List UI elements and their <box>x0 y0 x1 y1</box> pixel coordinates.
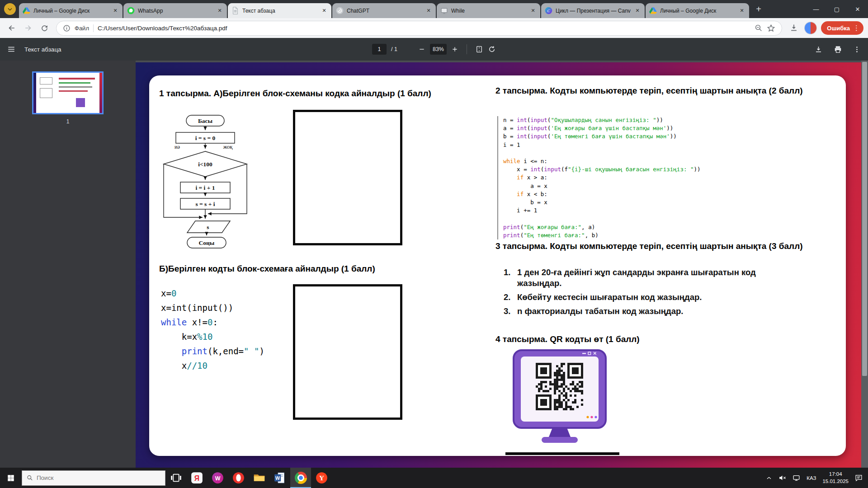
network-icon[interactable] <box>793 474 800 482</box>
profile-avatar[interactable] <box>805 22 816 34</box>
tab-4[interactable]: ChatGPT✕ <box>332 3 436 18</box>
tab-2[interactable]: WhatsApp✕ <box>123 3 227 18</box>
chevron-up-icon[interactable] <box>766 475 772 481</box>
maximize-button[interactable]: ▢ <box>826 0 847 18</box>
zoom-out-button[interactable] <box>418 46 425 53</box>
page-thumbnail[interactable] <box>32 71 104 114</box>
action-center-icon[interactable] <box>855 474 863 482</box>
tab-close-icon[interactable]: ✕ <box>634 7 641 14</box>
pdf-print-button[interactable] <box>834 45 842 54</box>
drive-icon <box>23 7 30 14</box>
chrome-taskbar-button[interactable] <box>290 468 311 488</box>
tab-7[interactable]: Личный – Google Диск✕ <box>646 3 749 18</box>
tab-close-icon[interactable]: ✕ <box>738 7 745 14</box>
flowchart: Басы i = s = 0 i<100 i = i + 1 s = s + i… <box>156 113 282 254</box>
zoom-icon[interactable] <box>755 24 763 32</box>
word-taskbar-button[interactable]: W <box>269 468 290 488</box>
tab-close-icon[interactable]: ✕ <box>425 7 432 14</box>
task1b-heading: Б)Берілген кодты блок-схемаға айналдыр (… <box>159 263 458 274</box>
task-view-taskbar-button[interactable] <box>165 468 186 488</box>
search-input[interactable] <box>37 474 160 481</box>
svg-text:W: W <box>215 475 220 482</box>
rotate-button[interactable] <box>488 45 496 53</box>
pdf-download-button[interactable] <box>814 45 823 54</box>
tab-6[interactable]: CЦикл — Презентация — Canv✕ <box>541 3 645 18</box>
info-icon <box>63 24 71 32</box>
download-icon <box>814 45 823 54</box>
pdf-content-area: 1 1 тапсырма. А)Берілген блок-схеманы ко… <box>0 61 868 468</box>
forward-button[interactable] <box>21 21 35 35</box>
browser-error-button[interactable]: Ошибка ⋮ <box>821 21 863 35</box>
pdf-page-controls: 1 / 1 83% <box>372 44 496 55</box>
app-w-taskbar-button[interactable]: W <box>207 468 228 488</box>
keyboard-language[interactable]: КАЗ <box>807 475 816 481</box>
flow-start-label: Басы <box>198 117 213 124</box>
hamburger-icon <box>7 45 15 53</box>
pdf-toolbar: Текст абзаца 1 / 1 83% <box>0 38 868 61</box>
clock-date: 15.01.2025 <box>822 478 849 485</box>
list-text: Көбейту кестесін шығаратын код жазыңдар. <box>517 292 702 303</box>
taskbar-clock[interactable]: 17:04 15.01.2025 <box>822 471 849 485</box>
downloads-button[interactable] <box>787 21 801 35</box>
tab-1[interactable]: Личный – Google Диск✕ <box>19 3 123 18</box>
kebab-menu-icon[interactable]: ⋮ <box>853 24 860 32</box>
drive-icon <box>649 7 657 14</box>
print-icon <box>834 45 842 54</box>
tab-close-icon[interactable]: ✕ <box>529 7 537 14</box>
list-number: 3. <box>504 306 517 317</box>
page-number-input[interactable]: 1 <box>372 44 387 55</box>
vertical-scrollbar[interactable] <box>861 61 868 468</box>
flow-inc-label: i = i + 1 <box>195 184 215 191</box>
flow-end-label: Соңы <box>199 239 215 246</box>
qr-monitor-illustration <box>507 349 612 453</box>
tab-5[interactable]: While✕ <box>437 3 540 18</box>
fit-page-button[interactable] <box>475 45 483 53</box>
task1-answer-box <box>293 110 402 245</box>
pdf-more-button[interactable] <box>853 46 861 53</box>
tab-label: Цикл — Презентация — Canv <box>556 8 631 14</box>
bookmark-star-icon[interactable] <box>767 24 775 33</box>
zoom-level-input[interactable]: 83% <box>430 44 447 55</box>
profile-chip-button[interactable] <box>4 3 16 15</box>
page-count-label: / 1 <box>391 46 397 52</box>
pdf-menu-button[interactable] <box>7 45 15 53</box>
file-explorer-taskbar-button[interactable] <box>249 468 269 488</box>
volume-muted-icon[interactable] <box>778 474 786 482</box>
zoom-in-button[interactable] <box>451 46 458 53</box>
yandex-browser-taskbar-button[interactable]: Я <box>186 468 207 488</box>
tab-close-icon[interactable]: ✕ <box>112 7 119 14</box>
flow-output-label: s <box>207 224 209 230</box>
back-button[interactable] <box>5 21 19 35</box>
opera-taskbar-button[interactable] <box>228 468 249 488</box>
list-text: 1 ден 20-ға дейінгі жұп сандарды экранға… <box>517 267 770 289</box>
task3-item-1: 1.1 ден 20-ға дейінгі жұп сандарды экран… <box>504 267 802 289</box>
tab-3[interactable]: Текст абзаца✕ <box>228 3 331 18</box>
chevron-down-icon <box>7 6 13 12</box>
reload-button[interactable] <box>37 21 52 35</box>
windows-logo-icon <box>7 474 15 482</box>
task3-item-2: 2.Көбейту кестесін шығаратын код жазыңда… <box>504 292 802 303</box>
chatgpt-icon <box>336 7 344 14</box>
close-button[interactable]: ✕ <box>847 0 868 18</box>
tab-close-icon[interactable]: ✕ <box>321 7 328 14</box>
url-text[interactable]: C:/Users/User/Downloads/Текст%20абзаца.p… <box>98 25 750 32</box>
plus-icon <box>451 46 458 53</box>
tab-label: ChatGPT <box>347 8 422 14</box>
task1b-code: x=0x=int(input())while x!=0: k=x%10 prin… <box>161 286 264 373</box>
omnibox[interactable]: Файл C:/Users/User/Downloads/Текст%20абз… <box>56 21 782 36</box>
yandex-taskbar-button[interactable]: Y <box>311 468 332 488</box>
start-button[interactable] <box>0 468 22 488</box>
svg-text:W: W <box>275 475 280 481</box>
pdf-thumbnail-panel: 1 <box>0 61 136 468</box>
minimize-button[interactable]: — <box>806 0 826 18</box>
page-info-label[interactable]: Файл <box>75 25 89 32</box>
flow-sum-label: s = s + i <box>195 201 215 207</box>
new-tab-button[interactable]: + <box>752 2 765 16</box>
scrollbar-thumb[interactable] <box>862 62 867 376</box>
tab-close-icon[interactable]: ✕ <box>216 7 223 14</box>
taskbar-search-box[interactable] <box>22 470 165 486</box>
flow-init-label: i = s = 0 <box>195 135 216 141</box>
pdf-icon <box>231 7 239 14</box>
flow-yes-label: иә <box>175 144 180 150</box>
tab-label: Текст абзаца <box>242 8 317 14</box>
